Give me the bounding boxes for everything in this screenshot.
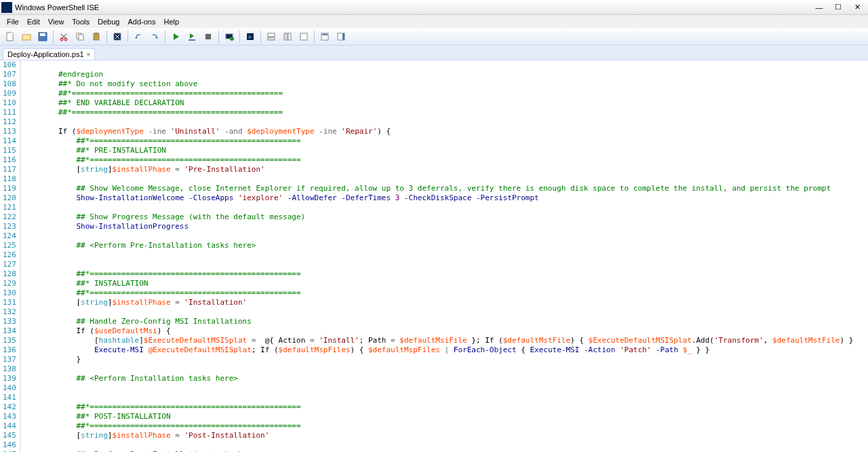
svg-rect-12 — [189, 39, 195, 41]
menu-debug[interactable]: Debug — [94, 16, 123, 27]
close-button[interactable]: ✕ — [848, 1, 867, 14]
copy-button[interactable] — [73, 29, 87, 44]
menu-help[interactable]: Help — [159, 16, 183, 27]
open-file-button[interactable] — [19, 29, 34, 44]
show-script-top-button[interactable] — [264, 29, 279, 44]
code-editor[interactable]: 1061071081091101111121131141151161171181… — [0, 60, 868, 452]
show-command-addon-button[interactable] — [334, 29, 349, 44]
paste-button[interactable] — [89, 29, 104, 44]
toolbar: > — [0, 28, 868, 45]
svg-rect-10 — [95, 33, 98, 34]
line-number-gutter: 1061071081091101111121131141151161171181… — [0, 60, 20, 452]
svg-rect-2 — [22, 35, 31, 40]
start-powershell-button[interactable]: > — [243, 29, 258, 44]
save-button[interactable] — [35, 29, 50, 44]
new-file-button[interactable] — [3, 29, 18, 44]
run-script-button[interactable] — [168, 29, 183, 44]
redo-button[interactable] — [147, 29, 162, 44]
tab-close-icon[interactable]: × — [87, 51, 91, 58]
menu-view[interactable]: View — [44, 16, 68, 27]
svg-rect-4 — [40, 33, 45, 36]
undo-button[interactable] — [131, 29, 146, 44]
svg-rect-19 — [268, 37, 275, 40]
clear-console-button[interactable] — [110, 29, 125, 44]
show-script-maximized-button[interactable] — [296, 29, 311, 44]
minimize-button[interactable]: — — [810, 1, 829, 14]
svg-text:>: > — [248, 34, 252, 40]
cut-button[interactable] — [56, 29, 71, 44]
run-selection-button[interactable] — [184, 29, 199, 44]
show-script-right-button[interactable] — [280, 29, 295, 44]
svg-rect-20 — [284, 33, 288, 40]
window-title: Windows PowerShell ISE — [15, 3, 99, 12]
maximize-button[interactable]: ☐ — [829, 1, 848, 14]
svg-rect-8 — [79, 35, 83, 40]
svg-rect-1 — [11, 33, 13, 35]
show-command-button[interactable] — [317, 29, 332, 44]
svg-rect-9 — [94, 33, 99, 40]
powershell-icon — [1, 2, 12, 13]
svg-rect-22 — [300, 33, 307, 40]
tab-bar: Deploy-Application.ps1 × — [0, 45, 868, 60]
menu-bar: File Edit View Tools Debug Add-ons Help — [0, 15, 868, 28]
svg-rect-18 — [268, 33, 275, 37]
menu-file[interactable]: File — [3, 16, 23, 27]
svg-rect-13 — [205, 34, 211, 39]
code-content[interactable]: #endregion ##* Do not modify section abo… — [21, 60, 868, 452]
title-bar: Windows PowerShell ISE — ☐ ✕ — [0, 0, 868, 15]
menu-edit[interactable]: Edit — [23, 16, 44, 27]
tab-deploy-application[interactable]: Deploy-Application.ps1 × — [3, 48, 95, 60]
svg-point-15 — [230, 37, 234, 41]
tab-label: Deploy-Application.ps1 — [7, 50, 84, 58]
new-remote-tab-button[interactable] — [222, 29, 237, 44]
menu-addons[interactable]: Add-ons — [123, 16, 159, 27]
stop-button[interactable] — [201, 29, 216, 44]
svg-rect-21 — [288, 33, 291, 40]
svg-rect-26 — [342, 33, 344, 40]
menu-tools[interactable]: Tools — [68, 16, 94, 27]
svg-rect-24 — [322, 34, 328, 35]
